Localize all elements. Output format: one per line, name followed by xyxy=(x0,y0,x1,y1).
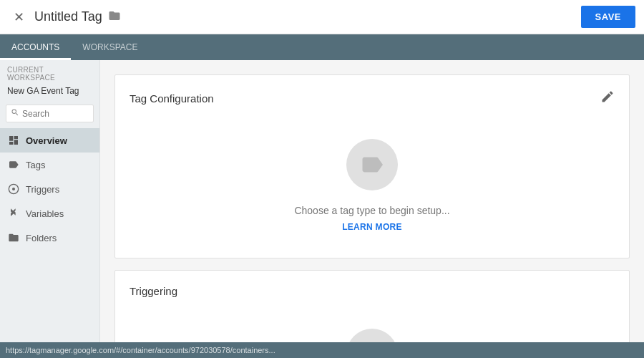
triggers-icon xyxy=(7,183,20,195)
triggering-header: Triggering xyxy=(130,285,615,297)
tag-configuration-header: Tag Configuration xyxy=(130,90,615,107)
sidebar-item-tags-label: Tags xyxy=(26,160,45,170)
main-layout: Current Workspace New GA Event Tag Overv… xyxy=(0,60,644,342)
tab-workspace[interactable]: WORKSPACE xyxy=(71,37,149,60)
tag-configuration-edit-icon[interactable] xyxy=(600,90,615,107)
tab-bar: ACCOUNTS WORKSPACE xyxy=(0,34,644,60)
triggering-card: Triggering Choose a trigger to make this… xyxy=(114,270,630,342)
tag-configuration-body: Choose a tag type to begin setup... LEAR… xyxy=(130,125,615,243)
tag-configuration-text: Choose a tag type to begin setup... xyxy=(294,205,449,216)
workspace-label: Current Workspace xyxy=(0,60,99,84)
sidebar-item-overview[interactable]: Overview xyxy=(0,128,99,153)
workspace-name: New GA Event Tag xyxy=(0,84,99,102)
sidebar-item-triggers[interactable]: Triggers xyxy=(0,177,99,201)
triggering-body: Choose a trigger to make this tag fire..… xyxy=(130,314,615,342)
sidebar-item-tags[interactable]: Tags xyxy=(0,153,99,177)
overview-icon xyxy=(7,134,20,147)
status-bar: https://tagmanager.google.com/#/containe… xyxy=(0,342,644,358)
sidebar-item-folders-label: Folders xyxy=(26,233,57,243)
folder-icon[interactable] xyxy=(108,9,121,25)
page-title: Untitled Tag xyxy=(34,9,121,25)
tags-icon xyxy=(7,158,20,171)
tag-configuration-card: Tag Configuration Choose a tag type to b… xyxy=(114,74,630,258)
search-box[interactable] xyxy=(6,105,94,122)
content-area: Tag Configuration Choose a tag type to b… xyxy=(100,60,644,342)
tab-accounts[interactable]: ACCOUNTS xyxy=(0,37,71,60)
sidebar-item-overview-label: Overview xyxy=(26,135,67,146)
triggering-title: Triggering xyxy=(130,285,177,297)
top-bar: ✕ Untitled Tag SAVE xyxy=(0,0,644,34)
title-text: Untitled Tag xyxy=(34,9,102,24)
folders-icon xyxy=(7,231,20,244)
sidebar-item-variables[interactable]: Variables xyxy=(0,201,99,226)
search-input[interactable] xyxy=(22,109,89,119)
svg-point-1 xyxy=(12,188,15,190)
trigger-placeholder-icon[interactable] xyxy=(346,329,398,342)
close-button[interactable]: ✕ xyxy=(9,7,29,27)
sidebar-item-folders[interactable]: Folders xyxy=(0,226,99,250)
sidebar-item-triggers-label: Triggers xyxy=(26,184,59,195)
variables-icon xyxy=(7,207,20,220)
tag-type-placeholder-icon[interactable] xyxy=(346,139,398,190)
search-icon xyxy=(11,108,19,119)
status-url: https://tagmanager.google.com/#/containe… xyxy=(6,346,275,354)
tag-configuration-title: Tag Configuration xyxy=(130,92,214,105)
sidebar-item-variables-label: Variables xyxy=(26,208,64,219)
tag-configuration-learn-more[interactable]: LEARN MORE xyxy=(342,222,402,232)
save-button[interactable]: SAVE xyxy=(581,6,635,28)
sidebar: Current Workspace New GA Event Tag Overv… xyxy=(0,60,100,342)
